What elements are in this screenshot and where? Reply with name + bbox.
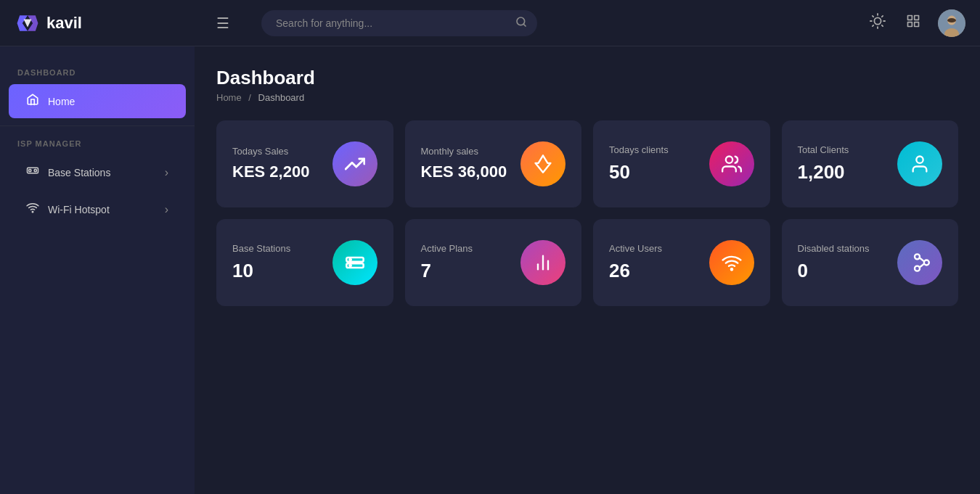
logo-text: kavil: [46, 14, 82, 33]
stat-icon-monthly-sales: [520, 141, 565, 186]
stat-card-active-plans: Active Plans 7: [405, 219, 582, 306]
breadcrumb-current: Dashboard: [258, 92, 305, 103]
stat-sublabel-monthly-sales: Monthly sales: [421, 146, 507, 157]
sidebar-item-base-stations[interactable]: Base Stations ›: [9, 155, 186, 189]
stat-card-left-monthly-sales: Monthly sales KES 36,000: [421, 146, 507, 181]
sidebar-item-home-label: Home: [48, 96, 168, 107]
svg-line-40: [920, 264, 924, 268]
stat-card-todays-clients: Todays clients 50: [593, 120, 770, 207]
sidebar-item-wifi-label: Wi-Fi Hotspot: [48, 204, 156, 215]
stat-card-disabled-stations: Disabled stations 0: [782, 219, 959, 306]
svg-point-30: [349, 259, 351, 260]
svg-marker-2: [24, 19, 32, 27]
sidebar-item-base-label: Base Stations: [48, 167, 156, 178]
home-icon: [26, 93, 39, 110]
sidebar-section-dashboard: DASHBOARD: [0, 61, 195, 83]
stat-icon-active-plans: [520, 240, 565, 285]
svg-point-27: [916, 157, 923, 163]
svg-point-31: [349, 265, 351, 266]
topnav: kavil ☰: [0, 0, 980, 46]
logo-area: kavil: [15, 10, 196, 36]
svg-rect-16: [908, 22, 912, 27]
sidebar-section-isp: ISP MANAGER: [0, 132, 195, 154]
stat-card-total-clients: Total Clients 1,200: [782, 120, 959, 207]
logo-icon: [15, 10, 41, 36]
wifi-hotspot-arrow-icon: ›: [165, 203, 168, 216]
stat-icon-disabled-stations: [897, 240, 942, 285]
svg-line-4: [523, 24, 526, 26]
grid-button[interactable]: [903, 11, 923, 35]
main-layout: DASHBOARD Home ISP MANAGER Base Stations…: [0, 46, 980, 494]
svg-rect-15: [915, 16, 919, 20]
sidebar-item-home[interactable]: Home: [9, 84, 186, 118]
stat-card-left-disabled-stations: Disabled stations 0: [798, 243, 870, 282]
stat-value-total-clients: 1,200: [798, 161, 849, 184]
base-stations-icon: [26, 164, 39, 181]
hamburger-button[interactable]: ☰: [211, 12, 235, 35]
stat-card-left-active-users: Active Users 26: [609, 243, 662, 282]
sidebar: DASHBOARD Home ISP MANAGER Base Stations…: [0, 46, 195, 494]
stat-value-todays-sales: KES 2,200: [232, 162, 309, 181]
svg-rect-23: [29, 170, 31, 172]
stat-sublabel-active-users: Active Users: [609, 243, 662, 254]
avatar[interactable]: [938, 9, 965, 37]
stat-sublabel-active-plans: Active Plans: [421, 243, 473, 254]
sun-icon: [870, 13, 886, 29]
search-bar: [261, 10, 537, 36]
sidebar-item-wifi-hotspot[interactable]: Wi-Fi Hotspot ›: [9, 192, 186, 226]
stat-value-base-stations: 10: [232, 260, 290, 282]
stat-value-active-plans: 7: [421, 260, 473, 282]
breadcrumb-separator: /: [248, 92, 251, 103]
stat-card-left-base-stations: Base Stations 10: [232, 243, 290, 282]
stat-icon-base-stations: [332, 240, 377, 285]
stat-card-base-stations: Base Stations 10: [216, 219, 393, 306]
search-icon: [515, 16, 527, 28]
breadcrumb-home-link[interactable]: Home: [216, 92, 242, 103]
avatar-image: [938, 9, 965, 37]
theme-toggle-button[interactable]: [867, 10, 889, 36]
stats-row-1: Todays Sales KES 2,200 Monthly sales KES…: [216, 120, 958, 207]
stat-card-left-active-plans: Active Plans 7: [421, 243, 473, 282]
search-button[interactable]: [515, 16, 527, 30]
stat-icon-active-users: [709, 240, 754, 285]
stat-card-todays-sales: Todays Sales KES 2,200: [216, 120, 393, 207]
svg-rect-17: [915, 22, 919, 27]
stat-value-todays-clients: 50: [609, 161, 669, 184]
stat-sublabel-total-clients: Total Clients: [798, 144, 849, 155]
base-stations-arrow-icon: ›: [165, 166, 168, 179]
stats-row-2: Base Stations 10 Active Plans 7 Active U…: [216, 219, 958, 306]
stat-sublabel-todays-clients: Todays clients: [609, 144, 669, 155]
stat-icon-total-clients: [897, 141, 942, 186]
stat-card-left-todays-sales: Todays Sales KES 2,200: [232, 146, 309, 181]
grid-icon: [906, 14, 920, 28]
svg-rect-14: [908, 16, 912, 20]
svg-point-35: [730, 268, 732, 270]
stat-card-monthly-sales: Monthly sales KES 36,000: [405, 120, 582, 207]
stat-card-left-total-clients: Total Clients 1,200: [798, 144, 849, 184]
stat-value-monthly-sales: KES 36,000: [421, 162, 507, 181]
stat-card-left-todays-clients: Todays clients 50: [609, 144, 669, 184]
svg-rect-24: [34, 170, 36, 172]
svg-line-9: [882, 25, 883, 26]
svg-point-26: [725, 157, 732, 163]
stat-sublabel-disabled-stations: Disabled stations: [798, 243, 870, 254]
breadcrumb: Home / Dashboard: [216, 92, 958, 103]
stat-value-disabled-stations: 0: [798, 260, 870, 282]
sidebar-divider: [0, 125, 195, 126]
search-input[interactable]: [261, 10, 537, 36]
svg-point-21: [947, 18, 956, 22]
svg-line-39: [920, 258, 924, 262]
stat-sublabel-base-stations: Base Stations: [232, 243, 290, 254]
svg-line-8: [873, 16, 873, 17]
stat-sublabel-todays-sales: Todays Sales: [232, 146, 309, 157]
svg-line-12: [873, 25, 873, 26]
topnav-right: [867, 9, 965, 37]
page-title: Dashboard: [216, 67, 958, 89]
main-content: Dashboard Home / Dashboard Todays Sales …: [195, 46, 980, 494]
wifi-icon: [26, 201, 39, 218]
svg-line-13: [882, 16, 883, 17]
stat-value-active-users: 26: [609, 260, 662, 282]
stat-icon-todays-clients: [709, 141, 754, 186]
svg-point-25: [32, 211, 33, 213]
stat-card-active-users: Active Users 26: [593, 219, 770, 306]
